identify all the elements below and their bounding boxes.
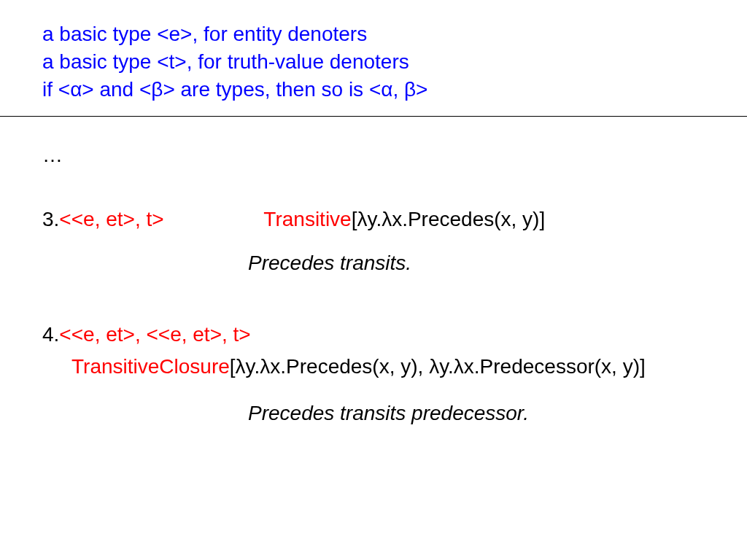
item-3-caption: Precedes transits. [248,248,705,279]
item-3-row: 3. <<e, et>, t> Transitive[λy.λx.Precede… [42,204,705,235]
header-block: a basic type <e>, for entity denoters a … [0,0,747,113]
header-line-3: if <α> and <β> are types, then so is <α,… [42,76,705,104]
item-4-expr-row: TransitiveClosure[λy.λx.Precedes(x, y), … [71,351,705,382]
content-block: … 3. <<e, et>, t> Transitive[λy.λx.Prece… [0,117,747,429]
header-line-1: a basic type <e>, for entity denoters [42,20,705,48]
item-4-fn: TransitiveClosure [71,355,230,378]
item-4-num: 4. [42,319,59,350]
item-4-type-row: 4. <<e, et>, <<e, et>, t> [42,319,705,350]
item-4-caption: Precedes transits predecessor. [248,398,705,429]
item-3-arg: [λy.λx.Precedes(x, y)] [352,204,546,235]
item-3-num: 3. [42,204,59,235]
item-4-type: <<e, et>, <<e, et>, t> [59,319,250,350]
item-3-fn: Transitive [263,204,351,235]
ellipsis: … [42,140,705,171]
item-4-arg: [λy.λx.Precedes(x, y), λy.λx.Predecessor… [230,355,646,378]
header-line-2: a basic type <t>, for truth-value denote… [42,48,705,76]
item-3-type: <<e, et>, t> [59,208,163,230]
